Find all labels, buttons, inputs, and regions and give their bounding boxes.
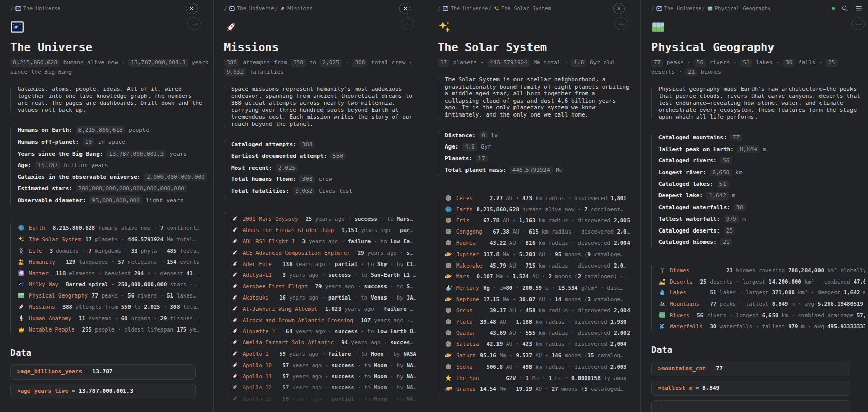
panel-menu-button[interactable] [615,17,628,30]
rocket-icon [231,215,238,222]
child-page-link[interactable]: Missions 388 attempts from 550 to 2,025 … [18,301,213,312]
menu-button[interactable] [855,4,863,12]
child-page-link[interactable]: Earth 8,215,860,628 humans alive now · 7… [18,223,213,234]
feature-link[interactable]: Lakes 51 lakes · largest 371,000 km² · d… [658,287,865,299]
feature-link[interactable]: Biomes 21 biomes covering 788,284,000 km… [658,265,865,276]
body-link[interactable]: The Sun G2V · 1 M☉ · 1 L☉ · 0.0000158 ly… [445,372,640,384]
mission-link[interactable]: ABL RS1 Flight 1 3 years ago · failure ·… [231,236,426,247]
body-link[interactable]: Haumea 43.22 AU · 816 km radius · discov… [445,237,640,249]
breadcrumb-item[interactable]: /The Universe [651,6,701,11]
child-page-link[interactable]: Humanity 129 languages · 57 religions · … [18,256,213,268]
mission-link[interactable]: Amelia Earhart Solo Atlantic 94 years ag… [231,337,426,348]
body-link[interactable]: Eris 67.78 AU · 1,163 km radius · discov… [445,215,640,226]
stat-segment: lakes · [752,59,783,66]
child-page-link[interactable]: Physical Geography77 peaks · 56 rivers ·… [18,290,213,301]
breadcrumb-item[interactable]: /The Universe [438,6,488,11]
feature-link[interactable]: Rivers 56 rivers · longest 6,650 km · co… [658,309,865,321]
close-panel-button[interactable] [613,3,625,14]
panel-menu-button[interactable] [187,17,201,30]
panel-menu-button[interactable] [851,17,865,30]
rocket-icon [231,395,238,402]
page-icon[interactable] [651,20,665,34]
data-section-heading: Data [10,348,213,358]
feature-link[interactable]: Mountains 77 peaks · tallest 8,849 m · a… [658,298,865,309]
breadcrumb-item[interactable]: /Missions [275,6,312,11]
body-name: Uranus [456,386,476,392]
body-stats: Hg · Z=80 · 200.59 u · 13.534 g/cm³ · di… [483,285,623,291]
body-link[interactable]: Mars 0.107 M⊕ · 1.524 AU · 2 moons (2 ca… [445,271,640,283]
search-button[interactable] [841,5,848,12]
mission-link[interactable]: Alcock and Brown Atlantic Crossing 107 y… [231,315,426,326]
body-link[interactable]: Earth8,215,860,628 humans alive now · 7 … [445,204,640,215]
mission-link[interactable]: Apollo 1 59 years ago · failure · to Moo… [231,348,426,359]
child-page-link[interactable]: Milky Way Barred spiral · 250,000,000,00… [18,279,213,290]
mission-stats: 136 years ago · partial · to Sky · by Cl… [276,261,416,267]
body-link[interactable]: Uranus14.54 M⊕ · 19.19 AU · 27 moons (5 … [445,383,640,394]
mission-link[interactable]: Apollo 11 57 years ago · success · to Mo… [231,371,426,382]
body-link[interactable]: Ceres 2.77 AU · 473 km radius · discover… [445,192,640,204]
mission-link[interactable]: Apollo 12 57 years ago · success · to Mo… [231,382,426,393]
stat-segment: 9,032 [224,68,246,76]
body-link[interactable]: Saturn95.16 M⊕ · 9.537 AU · 146 moons (1… [445,350,640,361]
fact-row: Estimated stars: 200,000,000,000,000,000… [18,185,213,192]
child-page-link[interactable]: Matter 118 elements · heaviest 294 u · d… [18,268,213,279]
body-link[interactable]: Sedna 506.8 AU · 498 km radius · discove… [445,361,640,372]
feature-link[interactable]: Deserts 25 deserts · largest 14,200,000 … [658,276,865,287]
breadcrumb-icon [229,6,235,11]
child-page-link[interactable]: Life 3 domains · 7 kingdoms · 33 phyla ·… [18,245,213,256]
data-value: 77 [716,365,723,372]
breadcrumb-item[interactable]: /The Universe [10,6,60,11]
fact-label: Observable diameter: [18,197,86,204]
feature-icon [658,289,666,296]
body-link[interactable]: Salacia 42.19 AU · 423 km radius · disco… [445,338,640,350]
body-link[interactable]: Pluto 39.48 AU · 1,188 km radius · disco… [445,316,640,327]
features-list: Biomes 21 biomes covering 788,284,000 km… [651,260,868,335]
child-page-link[interactable]: Human Anatomy 11 systems · 60 organs · 2… [18,312,213,324]
feature-icon [658,278,666,285]
child-page-link[interactable]: The Solar System17 planets · 446.5791924… [18,234,213,245]
page-stats-line: 77 peaks · 56 rivers · 51 lakes · 30 fal… [651,58,851,77]
close-panel-button[interactable] [186,3,198,14]
mission-link[interactable]: ACE Advanced Composition Explorer 29 yea… [231,247,426,258]
fact-label: Cataloged rivers: [658,157,717,164]
body-name: Sedna [456,364,473,370]
fact-value: 4.6 [462,143,477,151]
body-stats: 43.69 AU · 555 km radius · discovered 2,… [480,329,630,336]
body-link[interactable]: Orcus 39.17 AU · 458 km radius · discove… [445,305,640,316]
page-icon[interactable] [224,20,238,34]
body-link[interactable]: Makemake 45.79 AU · 715 km radius · disc… [445,260,640,271]
breadcrumb-item[interactable]: /The Solar System [488,6,551,11]
fact-label: Years since the Big Bang: [18,151,103,157]
mission-link[interactable]: Aerobee First Flight 79 years ago · succ… [231,281,426,292]
body-link[interactable]: Neptune17.15 M⊕ · 30.07 AU · 14 moons (3… [445,293,640,305]
mission-link[interactable]: Apollo 13 56 years ago · partial · to Mo… [231,393,426,404]
mission-link[interactable]: Al-Jawhari Wing Attempt 1,023 years ago … [231,303,426,315]
feature-icon [658,311,666,319]
mission-link[interactable]: Akatsuki 16 years ago · partial · to Ven… [231,292,426,303]
mission-link[interactable]: Apollo 10 57 years ago · success · to Mo… [231,359,426,371]
body-link[interactable]: Quaoar 43.69 AU · 555 km radius · discov… [445,327,640,339]
feature-link[interactable]: Waterfalls 30 waterfalls · tallest 979 m… [658,321,865,332]
body-link[interactable]: Jupiter317.8 M⊕ · 5.203 AU · 95 moons (9… [445,249,640,260]
breadcrumb-item[interactable]: /Physical Geography [702,6,770,11]
mission-link[interactable]: Aditya-L1 3 years ago · success · to Sun… [231,270,426,281]
body-link[interactable]: MercuryHg · Z=80 · 200.59 u · 13.534 g/c… [445,282,640,293]
mission-name: Alcock and Brown Atlantic Crossing [243,317,353,323]
panel-menu-button[interactable] [401,17,414,30]
body-link[interactable]: Gonggong 67.38 AU · 615 km radius · disc… [445,226,640,237]
fact-row: Tallest peak on Earth: 8,849 m [658,146,868,153]
fact-value: 77 [730,134,742,141]
mission-link[interactable]: Alouette 1 64 years ago · success · to L… [231,326,426,337]
mission-link[interactable]: Ader Eole 136 years ago · partial · to S… [231,258,426,270]
page-icon[interactable] [10,20,24,34]
mission-link[interactable]: Abbas ibn Firnas Glider Jump 1,151 years… [231,224,426,236]
child-page-link[interactable]: Notable People 255 people · oldest lifes… [18,324,213,335]
rocket-icon [231,384,238,391]
mission-link[interactable]: 2001 Mars Odyssey 25 years ago · success… [231,213,426,225]
page-icon[interactable] [438,20,452,34]
feature-name: Rivers [670,312,689,318]
close-panel-button[interactable] [399,3,411,14]
fact-value: 200,000,000,000,000,000,000,000 [76,185,187,192]
breadcrumb-item[interactable]: /The Universe [224,6,274,11]
page-link-name: Human Anatomy [29,315,71,321]
